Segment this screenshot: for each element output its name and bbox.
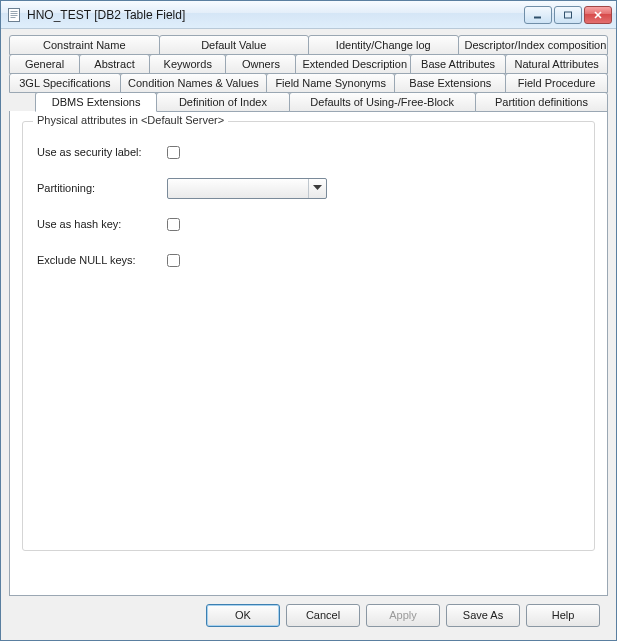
ok-button[interactable]: OK: [206, 604, 280, 627]
tab-definition-of-index[interactable]: Definition of Index: [156, 92, 289, 112]
tab-general[interactable]: General: [9, 54, 80, 74]
checkbox-security-label[interactable]: [167, 146, 180, 159]
tab-constraint-name[interactable]: Constraint Name: [9, 35, 160, 55]
tab-natural-attributes[interactable]: Natural Attributes: [505, 54, 608, 74]
document-icon: [7, 7, 21, 23]
label-exclude-null: Exclude NULL keys:: [37, 254, 167, 266]
tab-defaults-using-free-block[interactable]: Defaults of Using-/Free-Block: [289, 92, 476, 112]
row-hash-key: Use as hash key:: [37, 214, 580, 234]
svg-marker-9: [313, 185, 322, 190]
client-area: Constraint Name Default Value Identity/C…: [1, 29, 616, 640]
save-as-button[interactable]: Save As: [446, 604, 520, 627]
tab-abstract[interactable]: Abstract: [79, 54, 150, 74]
label-partitioning: Partitioning:: [37, 182, 167, 194]
button-bar: OK Cancel Apply Save As Help: [7, 596, 610, 634]
svg-rect-6: [565, 12, 572, 18]
tab-descriptor-index-composition[interactable]: Descriptor/Index composition: [458, 35, 609, 55]
window-title: HNO_TEST [DB2 Table Field]: [27, 8, 518, 22]
minimize-button[interactable]: [524, 6, 552, 24]
tab-extended-description[interactable]: Extended Description: [295, 54, 410, 74]
row-security-label: Use as security label:: [37, 142, 580, 162]
tab-base-attributes[interactable]: Base Attributes: [410, 54, 506, 74]
physical-attributes-group: Physical attributes in <Default Server> …: [22, 121, 595, 551]
tab-panel: Physical attributes in <Default Server> …: [9, 111, 608, 596]
tab-field-procedure[interactable]: Field Procedure: [505, 73, 608, 93]
row-partitioning: Partitioning:: [37, 178, 580, 198]
tab-condition-names-values[interactable]: Condition Names & Values: [120, 73, 267, 93]
tab-owners[interactable]: Owners: [225, 54, 296, 74]
tab-row-4: DBMS Extensions Definition of Index Defa…: [9, 92, 608, 112]
tab-row-3: 3GL Specifications Condition Names & Val…: [9, 73, 608, 93]
titlebar[interactable]: HNO_TEST [DB2 Table Field]: [1, 1, 616, 29]
checkbox-exclude-null[interactable]: [167, 254, 180, 267]
dialog-window: HNO_TEST [DB2 Table Field] Constraint Na…: [0, 0, 617, 641]
checkbox-hash-key[interactable]: [167, 218, 180, 231]
tab-row-1: Constraint Name Default Value Identity/C…: [9, 35, 608, 55]
tab-field-name-synonyms[interactable]: Field Name Synonyms: [266, 73, 395, 93]
label-security-label: Use as security label:: [37, 146, 167, 158]
combo-partitioning[interactable]: [167, 178, 327, 199]
tab-partition-definitions[interactable]: Partition definitions: [475, 92, 608, 112]
window-buttons: [524, 6, 612, 24]
tab-base-extensions[interactable]: Base Extensions: [394, 73, 506, 93]
tab-keywords[interactable]: Keywords: [149, 54, 226, 74]
tab-strip: Constraint Name Default Value Identity/C…: [7, 35, 610, 111]
tab-identity-change-log[interactable]: Identity/Change log: [308, 35, 459, 55]
help-button[interactable]: Help: [526, 604, 600, 627]
row-exclude-null: Exclude NULL keys:: [37, 250, 580, 270]
cancel-button[interactable]: Cancel: [286, 604, 360, 627]
label-hash-key: Use as hash key:: [37, 218, 167, 230]
close-button[interactable]: [584, 6, 612, 24]
tab-default-value[interactable]: Default Value: [159, 35, 310, 55]
maximize-button[interactable]: [554, 6, 582, 24]
group-title: Physical attributes in <Default Server>: [33, 114, 228, 126]
tab-row-2: General Abstract Keywords Owners Extende…: [9, 54, 608, 74]
chevron-down-icon: [308, 179, 326, 198]
tab-dbms-extensions[interactable]: DBMS Extensions: [35, 92, 157, 112]
apply-button[interactable]: Apply: [366, 604, 440, 627]
tab-3gl-specifications[interactable]: 3GL Specifications: [9, 73, 121, 93]
